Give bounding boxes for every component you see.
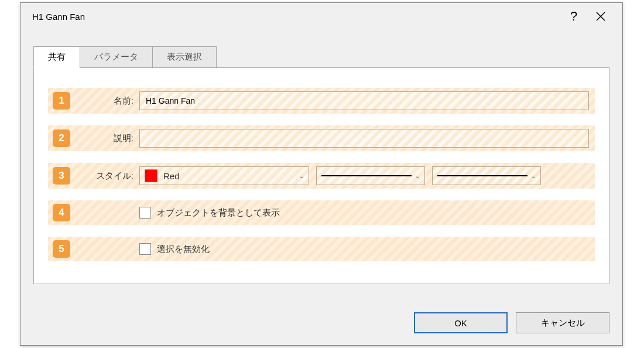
chevron-down-icon: ⌄ <box>299 173 304 179</box>
row-description: 2 説明: <box>48 125 595 151</box>
line-width-dropdown[interactable]: ⌄ <box>432 166 541 185</box>
style-label: スタイル: <box>81 170 133 182</box>
tab-visualization[interactable]: 表示選択 <box>152 46 217 68</box>
row-style: 3 スタイル: Red ⌄ ⌄ ⌄ <box>48 163 595 189</box>
row-num-badge: 1 <box>53 92 70 110</box>
row-disable-selection: 5 選択を無効化 <box>48 237 595 261</box>
tab-panel-common: 1 名前: 2 説明: 3 スタイル: Red <box>33 67 609 284</box>
tab-parameters[interactable]: パラメータ <box>80 46 153 68</box>
row-num-badge: 5 <box>53 240 70 258</box>
line-style-dropdown[interactable]: ⌄ <box>316 166 425 185</box>
name-label: 名前: <box>81 95 133 107</box>
description-input[interactable] <box>139 129 589 148</box>
row-num-badge: 3 <box>53 167 70 185</box>
close-button[interactable] <box>587 3 614 30</box>
close-icon <box>595 11 606 22</box>
row-name: 1 名前: <box>48 88 595 114</box>
line-width-sample <box>437 175 527 176</box>
checkbox-box <box>139 243 151 255</box>
draw-as-background-checkbox[interactable]: オブジェクトを背景として表示 <box>139 207 280 219</box>
cancel-button[interactable]: キャンセル <box>516 312 609 333</box>
checkbox-box <box>139 207 151 219</box>
tab-strip: 共有 パラメータ 表示選択 <box>33 46 609 68</box>
color-name: Red <box>163 171 296 181</box>
chevron-down-icon: ⌄ <box>531 173 536 179</box>
checkbox-label: 選択を無効化 <box>157 244 210 255</box>
titlebar: H1 Gann Fan ? <box>20 3 622 30</box>
dialog-window: H1 Gann Fan ? 共有 パラメータ 表示選択 1 名前: 2 <box>20 2 623 346</box>
dialog-title: H1 Gann Fan <box>32 12 560 22</box>
color-dropdown[interactable]: Red ⌄ <box>139 166 309 185</box>
tab-area: 共有 パラメータ 表示選択 1 名前: 2 説明: 3 スタイル: <box>33 46 609 284</box>
tab-common[interactable]: 共有 <box>33 46 80 68</box>
color-swatch <box>145 169 157 182</box>
checkbox-label: オブジェクトを背景として表示 <box>157 207 280 219</box>
description-label: 説明: <box>81 133 133 144</box>
chevron-down-icon: ⌄ <box>415 173 420 179</box>
line-style-sample <box>321 175 412 176</box>
row-num-badge: 2 <box>53 129 70 147</box>
ok-button[interactable]: OK <box>414 312 508 333</box>
row-num-badge: 4 <box>53 204 70 221</box>
disable-selection-checkbox[interactable]: 選択を無効化 <box>139 243 210 255</box>
name-input[interactable] <box>139 91 589 110</box>
help-button[interactable]: ? <box>560 3 587 30</box>
row-background: 4 オブジェクトを背景として表示 <box>48 200 595 225</box>
dialog-buttons: OK キャンセル <box>414 312 609 333</box>
